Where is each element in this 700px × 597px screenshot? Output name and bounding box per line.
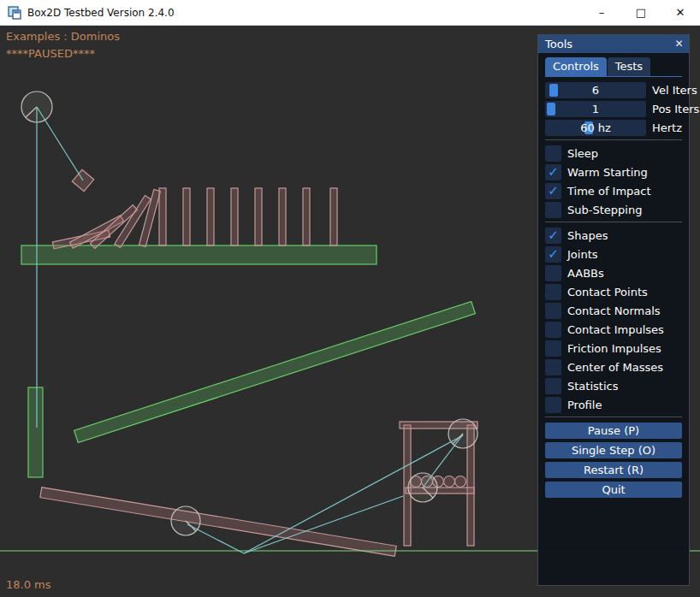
checkbox-row-contact-impulses[interactable]: Contact Impulses <box>545 322 682 338</box>
box2d-testbed-window: { "window": { "title": "Box2D Testbed Ve… <box>0 0 700 597</box>
slider-label: Pos Iters <box>652 101 699 117</box>
slider-value: 6 <box>545 82 646 98</box>
checkbox-row-statistics[interactable]: Statistics <box>545 378 682 394</box>
slider-rows: 6Vel Iters1Pos Iters60 hzHertz <box>545 82 682 136</box>
checkbox-row-contact-points[interactable]: Contact Points <box>545 284 682 300</box>
domino <box>207 188 214 245</box>
checkbox-row-time-of-impact[interactable]: ✓Time of Impact <box>545 183 682 199</box>
tools-panel-titlebar[interactable]: Tools ✕ <box>538 35 689 53</box>
tilted-plank <box>40 488 396 556</box>
checkbox-row-shapes[interactable]: ✓Shapes <box>545 228 682 244</box>
domino <box>330 188 337 245</box>
slider-hertz[interactable]: 60 hz <box>545 120 646 136</box>
tools-panel-title: Tools <box>545 38 572 50</box>
slider-vel-iters[interactable]: 6 <box>545 82 646 98</box>
separator <box>545 139 682 140</box>
checkbox-unchecked[interactable] <box>545 340 561 357</box>
checkbox-label: Contact Normals <box>567 303 661 319</box>
checkbox-unchecked[interactable] <box>545 359 561 375</box>
checkbox-label: Profile <box>567 397 602 413</box>
single-step-o-button[interactable]: Single Step (O) <box>545 442 682 458</box>
checkbox-label: Time of Impact <box>567 183 651 199</box>
checkbox-row-profile[interactable]: Profile <box>545 397 682 413</box>
checkbox-unchecked[interactable] <box>545 265 561 281</box>
slider-label: Hertz <box>652 120 682 136</box>
tab-controls[interactable]: Controls <box>545 57 607 76</box>
checkbox-label: Contact Points <box>567 284 648 300</box>
minimize-button[interactable]: – <box>582 0 621 25</box>
slider-value: 1 <box>545 101 646 117</box>
domino <box>303 188 310 245</box>
checkbox-label: Warm Starting <box>567 164 648 180</box>
checkbox-unchecked[interactable] <box>545 284 561 300</box>
pendulum-joint-line <box>37 107 83 180</box>
checkbox-label: Center of Masses <box>567 359 663 375</box>
restart-r-button[interactable]: Restart (R) <box>545 462 682 478</box>
domino <box>159 188 166 245</box>
domino-platform <box>21 245 377 264</box>
tools-panel[interactable]: Tools ✕ ControlsTests 6Vel Iters1Pos Ite… <box>537 34 690 586</box>
checkbox-row-sub-stepping[interactable]: Sub-Stepping <box>545 202 682 218</box>
maximize-button[interactable]: □ <box>621 0 661 25</box>
checkbox-row-friction-impulses[interactable]: Friction Impulses <box>545 340 682 357</box>
checkbox-row-aabbs[interactable]: AABBs <box>545 265 682 281</box>
quit-button[interactable]: Quit <box>545 482 682 498</box>
checkbox-checked-icon[interactable]: ✓ <box>545 246 561 263</box>
elevator-platform <box>28 387 43 477</box>
small-ball <box>455 476 466 488</box>
checkbox-area: Sleep✓Warm Starting✓Time of ImpactSub-St… <box>545 139 682 417</box>
domino <box>231 188 238 245</box>
checkbox-row-sleep[interactable]: Sleep <box>545 145 682 162</box>
pause-p-button[interactable]: Pause (P) <box>545 423 682 439</box>
slider-pos-iters[interactable]: 1 <box>545 101 646 117</box>
checkbox-checked-icon[interactable]: ✓ <box>545 183 561 199</box>
checkbox-label: Friction Impulses <box>567 340 661 357</box>
checkbox-label: Shapes <box>567 228 608 244</box>
separator <box>545 222 682 222</box>
example-title: Examples : Dominos <box>6 30 120 43</box>
checkbox-unchecked[interactable] <box>545 145 561 162</box>
checkbox-checked-icon[interactable]: ✓ <box>545 164 561 180</box>
checkbox-row-center-of-masses[interactable]: Center of Masses <box>545 359 682 375</box>
checkbox-label: Statistics <box>567 378 618 394</box>
checkbox-unchecked[interactable] <box>545 202 561 218</box>
window-title: Box2D Testbed Version 2.4.0 <box>27 7 582 19</box>
slider-row: 60 hzHertz <box>545 120 682 136</box>
checkbox-label: Sub-Stepping <box>567 202 642 218</box>
tab-bar: ControlsTests <box>545 57 682 77</box>
small-ball <box>444 476 455 488</box>
app-icon <box>8 6 21 20</box>
checkbox-unchecked[interactable] <box>545 322 561 338</box>
checkbox-unchecked[interactable] <box>545 397 561 413</box>
tab-tests[interactable]: Tests <box>608 57 650 76</box>
checkbox-label: Sleep <box>567 145 598 162</box>
checkbox-row-contact-normals[interactable]: Contact Normals <box>545 303 682 319</box>
checkbox-label: AABBs <box>567 265 604 281</box>
checkbox-row-warm-starting[interactable]: ✓Warm Starting <box>545 164 682 180</box>
checkbox-label: Joints <box>567 246 598 263</box>
slider-row: 6Vel Iters <box>545 82 682 98</box>
checkbox-unchecked[interactable] <box>545 303 561 319</box>
titlebar[interactable]: Box2D Testbed Version 2.4.0 – □ ✕ <box>0 0 700 26</box>
domino <box>183 188 190 245</box>
separator <box>545 417 682 417</box>
checkbox-row-joints[interactable]: ✓Joints <box>545 246 682 263</box>
close-button[interactable]: ✕ <box>661 0 700 25</box>
domino <box>279 188 286 245</box>
checkbox-checked-icon[interactable]: ✓ <box>545 228 561 244</box>
checkbox-unchecked[interactable] <box>545 378 561 394</box>
slider-row: 1Pos Iters <box>545 101 682 117</box>
button-area: Pause (P)Single Step (O)Restart (R)Quit <box>545 423 682 498</box>
frame-time: 18.0 ms <box>6 578 51 591</box>
panel-close-icon[interactable]: ✕ <box>672 37 686 51</box>
slider-value: 60 hz <box>545 120 646 136</box>
paused-indicator: ****PAUSED**** <box>6 47 95 60</box>
checkbox-label: Contact Impulses <box>567 322 664 338</box>
slider-label: Vel Iters <box>652 82 697 98</box>
domino <box>255 188 262 245</box>
